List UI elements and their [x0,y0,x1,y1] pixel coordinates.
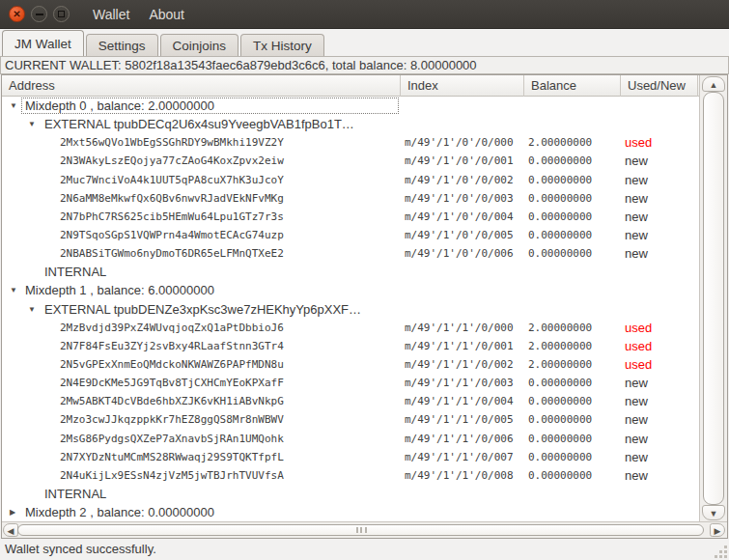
scroll-right-icon[interactable]: ▶ [710,523,725,537]
wallet-info-bar: CURRENT WALLET: 5802f18a13543faec6a879eb… [0,56,729,74]
address-cell: 2Mw5ABKT4DcVBde6hbXZJK6vKH1iABvNkpG [60,392,284,410]
tab-jm-wallet[interactable]: JM Wallet [2,30,84,56]
column-header-index[interactable]: Index [401,75,524,97]
balance-cell: 2.00000000 [528,355,592,374]
tree-row[interactable]: ▼EXTERNAL tpubDENZe3xpKsc3we7zHEKhyYp6pX… [2,300,699,319]
expanded-arrow-icon[interactable]: ▼ [10,97,17,115]
minimize-icon[interactable] [31,6,47,22]
tree-header: AddressIndexBalanceUsed/New [2,75,727,97]
tree-row[interactable]: 2N9TSqoSGpS1VQWPrn4a4WmotECAcG74uzpm/49'… [2,226,699,244]
index-cell: m/49'/1'/1'/0/002 [405,355,514,374]
tree-row[interactable]: 2Mzo3cwJJkqzppkKr7hEZ8ggQS8Mr8nWBWVm/49'… [2,410,699,429]
expanded-arrow-icon[interactable]: ▼ [28,115,36,133]
label-cell: EXTERNAL tpubDECq2U6x4su9YveegbVAB1fpBo1… [44,115,354,133]
tree-row[interactable]: 2N4uKijLx9ESsN4zjVzM5jwTBJrhTVUVfsAm/49'… [2,466,699,485]
status-cell: new [625,374,648,392]
balance-cell: 0.00000000 [528,244,592,263]
address-cell: 2Muc7WnciVoA4k1UUT5qPA8cuX7hK3uJcoY [60,171,284,189]
tree-row[interactable]: 2NBABSiTGWmo6nyDmoT6DR65eLFMnQTXeE2m/49'… [2,244,699,263]
status-cell: new [625,226,648,244]
tree-row[interactable]: ▼Mixdepth 0 , balance: 2.00000000 [2,97,699,115]
balance-cell: 0.00000000 [528,466,592,485]
horizontal-scrollbar[interactable]: ◀ ▶ [2,521,727,538]
status-cell: new [625,244,648,263]
tree-row[interactable]: 2N6aMM8eMkwfQx6QBv6nwvRJadVEkNFvMKgm/49'… [2,189,699,208]
status-cell: new [625,448,648,466]
balance-cell: 0.00000000 [528,430,592,448]
tree-row[interactable]: 2N7XYDzNtuMCmMS28RWwaqj29S9TQKTfpfLm/49'… [2,448,699,466]
tree-row[interactable]: 2N7bPhC7RS625cib5HEmWu64Lpu1GTz7r3sm/49'… [2,208,699,226]
label-cell: Mixdepth 2 , balance: 0.00000000 [25,503,214,521]
close-icon[interactable]: ✕ [9,6,25,22]
index-cell: m/49'/1'/1'/0/006 [405,430,514,448]
expanded-arrow-icon[interactable]: ▼ [10,281,17,299]
address-cell: 2Mzo3cwJJkqzppkKr7hEZ8ggQS8Mr8nWBWV [60,410,284,429]
index-cell: m/49'/1'/0'/0/005 [405,226,514,244]
status-cell: new [625,392,648,410]
column-header-balance[interactable]: Balance [524,75,621,97]
expanded-arrow-icon[interactable]: ▼ [28,300,36,319]
tree-row[interactable]: ▶Mixdepth 2 , balance: 0.00000000 [2,503,699,521]
index-cell: m/49'/1'/0'/0/004 [405,208,514,226]
index-cell: m/49'/1'/0'/0/006 [405,244,514,263]
horizontal-scrollbar-thumb[interactable] [17,524,704,536]
address-cell: 2N7F84FsEu3ZYj2svBxy4RLaafStnn3GTr4 [60,337,284,355]
tree-row[interactable]: 2N4E9DcKMe5JG9TqBv8TjCXHCmYEoKPXafFm/49'… [2,374,699,392]
status-cell: used [625,133,652,152]
tree-row[interactable]: 2N5vGPExXnmEoQMdckoNKWAWZ6PAPfMDN8um/49'… [2,355,699,374]
tree-row[interactable]: 2N7F84FsEu3ZYj2svBxy4RLaafStnn3GTr4m/49'… [2,337,699,355]
tab-bar: JM WalletSettingsCoinjoinsTx History [0,30,729,56]
label-cell: EXTERNAL tpubDENZe3xpKsc3we7zHEKhyYp6pXX… [44,300,361,319]
column-header-used-new[interactable]: Used/New [621,75,698,97]
titlebar: ✕ WalletAbout [0,0,729,29]
tab-coinjoins[interactable]: Coinjoins [160,34,239,56]
status-cell: new [625,410,648,429]
address-cell: 2N7bPhC7RS625cib5HEmWu64Lpu1GTz7r3s [60,208,284,226]
tree-row[interactable]: 2Muc7WnciVoA4k1UUT5qPA8cuX7hK3uJcoYm/49'… [2,171,699,189]
scroll-left-icon[interactable]: ◀ [3,523,18,537]
wallet-tree: AddressIndexBalanceUsed/New ▼Mixdepth 0 … [1,74,728,539]
tree-row[interactable]: 2Mxt56wQVo1WbEgSSGhRDY9wBMkhi19VZ2Ym/49'… [2,133,699,152]
index-cell: m/49'/1'/0'/0/003 [405,189,514,208]
tab-settings[interactable]: Settings [86,34,158,56]
tree-row[interactable]: ▼EXTERNAL tpubDECq2U6x4su9YveegbVAB1fpBo… [2,115,699,133]
collapsed-arrow-icon[interactable]: ▶ [10,503,15,521]
menu-wallet[interactable]: Wallet [83,2,139,27]
status-cell: new [625,430,648,448]
address-cell: 2N7XYDzNtuMCmMS28RWwaqj29S9TQKTfpfL [60,448,284,466]
label-cell: INTERNAL [44,263,106,281]
index-cell: m/49'/1'/1'/0/005 [405,410,514,429]
tree-row[interactable]: 2Mw5ABKT4DcVBde6hbXZJK6vKH1iABvNkpGm/49'… [2,392,699,410]
index-cell: m/49'/1'/0'/0/002 [405,171,514,189]
resize-grip-icon[interactable] [724,555,727,558]
balance-cell: 0.00000000 [528,189,592,208]
tree-rows: ▼Mixdepth 0 , balance: 2.00000000▼EXTERN… [2,97,699,521]
address-cell: 2MsG86PydgsQXZeP7aXnavbSjRAn1UMQohk [60,430,284,448]
address-cell: 2N6aMM8eMkwfQx6QBv6nwvRJadVEkNFvMKg [60,189,284,208]
index-cell: m/49'/1'/1'/0/003 [405,374,514,392]
status-cell: new [625,208,648,226]
balance-cell: 0.00000000 [528,392,592,410]
address-cell: 2N4uKijLx9ESsN4zjVzM5jwTBJrhTVUVfsA [60,466,284,485]
scroll-down-icon[interactable]: ▼ [702,505,725,520]
maximize-icon[interactable] [53,6,70,22]
scroll-up-icon[interactable]: ▲ [702,76,725,92]
tree-row[interactable]: 2MzBvdjd39PxZ4WUvqjoqZxQ1aPtDbbioJ6m/49'… [2,319,699,337]
address-cell: 2NBABSiTGWmo6nyDmoT6DR65eLFMnQTXeE2 [60,244,284,263]
tree-row[interactable]: INTERNAL [2,485,699,503]
tree-row[interactable]: INTERNAL [2,263,699,281]
status-text: Wallet synced successfully. [5,542,156,556]
tree-row[interactable]: ▼Mixdepth 1 , balance: 6.00000000 [2,281,699,299]
balance-cell: 2.00000000 [528,337,592,355]
address-cell: 2N9TSqoSGpS1VQWPrn4a4WmotECAcG74uzp [60,226,284,244]
window-buttons: ✕ [0,6,70,22]
menu-about[interactable]: About [139,2,194,27]
tree-row[interactable]: 2N3WAkyLszEQojya77cZAoG4KoxZpvx2eiwm/49'… [2,152,699,170]
tab-tx-history[interactable]: Tx History [240,34,324,56]
balance-cell: 0.00000000 [528,152,592,170]
vertical-scrollbar[interactable]: ▲ ▼ [699,75,727,521]
tree-row[interactable]: 2MsG86PydgsQXZeP7aXnavbSjRAn1UMQohkm/49'… [2,430,699,448]
label-cell: INTERNAL [44,485,106,503]
vertical-scrollbar-thumb[interactable] [703,92,724,505]
column-header-address[interactable]: Address [2,75,401,97]
